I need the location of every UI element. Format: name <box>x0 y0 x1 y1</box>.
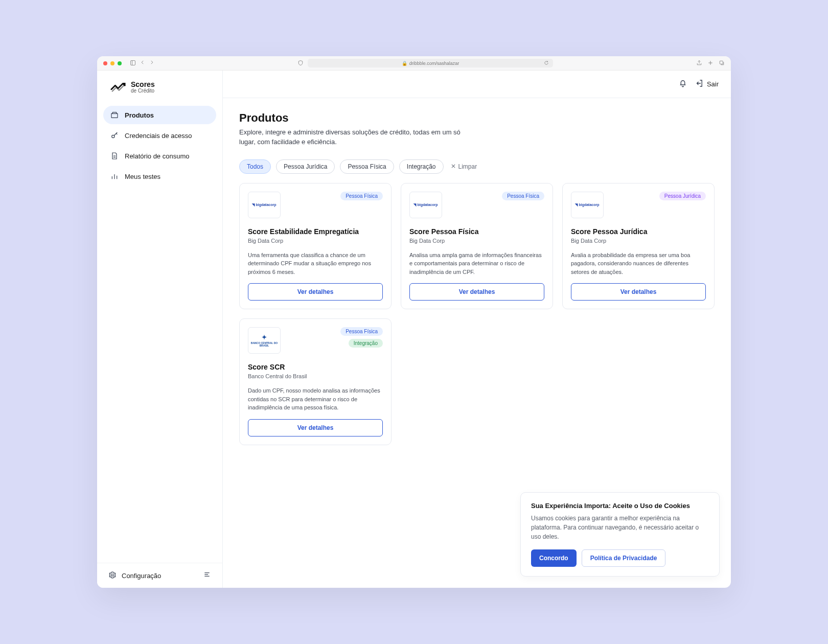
tabs-overview-icon[interactable] <box>719 60 725 67</box>
maximize-window-dot[interactable] <box>118 61 122 65</box>
details-button[interactable]: Ver detalhes <box>571 283 706 301</box>
card-title: Score Estabilidade Empregatícia <box>248 227 383 236</box>
vendor-logo: ◥ bigdatacorp <box>571 192 604 218</box>
sidebar-item-testes[interactable]: Meus testes <box>103 167 216 186</box>
card-header: ◥ bigdatacorp Pessoa Física <box>248 192 383 218</box>
address-bar[interactable]: 🔒 dribbble.com/sashalazar <box>308 59 553 67</box>
card-header: ◥ bigdatacorp Pessoa Jurídica <box>571 192 706 218</box>
sidebar-item-credenciais[interactable]: Credenciais de acesso <box>103 126 216 145</box>
filter-chip-integracao[interactable]: Integração <box>399 159 444 174</box>
cookie-actions: Concordo Política de Privacidade <box>531 549 709 567</box>
sidebar-item-label: Relatório de consumo <box>125 152 189 160</box>
details-button[interactable]: Ver detalhes <box>409 283 544 301</box>
filter-chip-pj[interactable]: Pessoa Jurídica <box>276 159 335 174</box>
vendor-logo: ◥ bigdatacorp <box>248 192 281 218</box>
card-header: ◥ bigdatacorp Pessoa Física <box>409 192 544 218</box>
vendor-logo-text: ◥ bigdatacorp <box>252 203 276 207</box>
sidebar-item-label: Meus testes <box>125 173 160 180</box>
clear-label: Limpar <box>458 163 477 170</box>
card-vendor: Big Data Corp <box>409 238 544 244</box>
vendor-logo-text: BANCO CENTRAL DO BRASIL <box>248 342 280 348</box>
titlebar-left-icons <box>130 60 154 67</box>
card-description: Dado um CPF, nosso modelo analisa as inf… <box>248 386 383 412</box>
brand-text: Scores de Crédito <box>131 81 155 94</box>
brand-subtitle: de Crédito <box>131 88 155 94</box>
page-title: Produtos <box>239 111 715 125</box>
card-vendor: Banco Central do Brasil <box>248 373 383 379</box>
card-description: Avalia a probabilidade da empresa ser um… <box>571 251 706 277</box>
badge-list: Pessoa Jurídica <box>659 192 706 200</box>
close-icon <box>451 163 456 170</box>
card-description: Analisa uma ampla gama de informações fi… <box>409 251 544 277</box>
product-card: ✦ BANCO CENTRAL DO BRASIL Pessoa Física … <box>239 318 392 445</box>
sidebar-item-label: Produtos <box>125 111 154 119</box>
svg-rect-4 <box>720 61 723 64</box>
privacy-shield-icon[interactable] <box>297 60 304 67</box>
url-text: dribbble.com/sashalazar <box>409 61 459 66</box>
logout-button[interactable]: Sair <box>695 79 719 89</box>
close-window-dot[interactable] <box>103 61 107 65</box>
titlebar-right-icons <box>696 60 725 67</box>
card-title: Score SCR <box>248 363 383 371</box>
badge-integracao: Integração <box>349 339 383 348</box>
refresh-icon[interactable] <box>544 60 549 66</box>
cookie-banner: Sua Experiência Importa: Aceite o Uso de… <box>520 492 720 577</box>
bar-chart-icon <box>110 172 119 180</box>
app-root: Scores de Crédito Produtos Credenciais d… <box>97 71 731 588</box>
svg-point-11 <box>111 574 113 576</box>
card-vendor: Big Data Corp <box>248 238 383 244</box>
filter-bar: Todos Pessoa Jurídica Pessoa Física Inte… <box>239 159 715 174</box>
badge-pj: Pessoa Jurídica <box>659 192 706 200</box>
titlebar-center: 🔒 dribbble.com/sashalazar <box>158 59 692 67</box>
filter-chip-todos[interactable]: Todos <box>239 159 271 174</box>
main-area: Sair Produtos Explore, integre e adminis… <box>223 71 731 588</box>
badge-list: Pessoa Física <box>340 192 383 200</box>
badge-pf: Pessoa Física <box>340 327 383 336</box>
new-tab-icon[interactable] <box>707 60 714 67</box>
card-title: Score Pessoa Jurídica <box>571 227 706 236</box>
config-link[interactable]: Configuração <box>108 571 161 581</box>
collapse-sidebar-button[interactable] <box>203 570 211 581</box>
details-button[interactable]: Ver detalhes <box>248 283 383 301</box>
svg-point-5 <box>112 135 114 138</box>
sidebar-item-produtos[interactable]: Produtos <box>103 106 216 124</box>
cookie-title: Sua Experiência Importa: Aceite o Uso de… <box>531 502 709 510</box>
svg-rect-0 <box>131 60 135 65</box>
browser-window: 🔒 dribbble.com/sashalazar <box>97 56 731 588</box>
cookie-text: Usamos cookies para garantir a melhor ex… <box>531 514 709 541</box>
card-title: Score Pessoa Física <box>409 227 544 236</box>
sidebar-item-relatorio[interactable]: Relatório de consumo <box>103 147 216 165</box>
card-description: Uma ferramenta que classifica a chance d… <box>248 251 383 277</box>
nav-back-icon[interactable] <box>140 60 145 67</box>
vendor-logo-text: ◥ bigdatacorp <box>413 203 438 207</box>
browser-titlebar: 🔒 dribbble.com/sashalazar <box>97 56 731 71</box>
lock-icon: 🔒 <box>402 61 407 66</box>
sidebar-bottom: Configuração <box>97 563 222 588</box>
details-button[interactable]: Ver detalhes <box>248 419 383 436</box>
badge-pf: Pessoa Física <box>502 192 544 200</box>
clear-filters-button[interactable]: Limpar <box>451 163 477 170</box>
minimize-window-dot[interactable] <box>110 61 114 65</box>
badge-pf: Pessoa Física <box>340 192 383 200</box>
sidebar-item-label: Credenciais de acesso <box>125 132 192 140</box>
vendor-logo: ✦ BANCO CENTRAL DO BRASIL <box>248 327 281 354</box>
box-icon <box>110 111 119 119</box>
badge-list: Pessoa Física <box>502 192 544 200</box>
badge-list: Pessoa Física Integração <box>340 327 383 348</box>
card-vendor: Big Data Corp <box>571 238 706 244</box>
product-card: ◥ bigdatacorp Pessoa Física Score Estabi… <box>239 183 392 310</box>
globe-icon: ✦ <box>262 334 267 341</box>
share-icon[interactable] <box>696 60 702 67</box>
sidebar-toggle-icon[interactable] <box>130 60 136 67</box>
card-header: ✦ BANCO CENTRAL DO BRASIL Pessoa Física … <box>248 327 383 354</box>
config-label: Configuração <box>122 572 161 580</box>
key-icon <box>110 131 119 140</box>
filter-chip-pf[interactable]: Pessoa Física <box>340 159 394 174</box>
nav-forward-icon[interactable] <box>149 60 154 67</box>
bell-icon[interactable] <box>678 79 687 90</box>
cookie-agree-button[interactable]: Concordo <box>531 549 577 567</box>
sidebar-nav: Produtos Credenciais de acesso Relatório… <box>97 106 222 186</box>
cookie-policy-button[interactable]: Política de Privacidade <box>582 549 666 567</box>
traffic-lights <box>103 61 122 65</box>
logout-icon <box>695 79 704 89</box>
